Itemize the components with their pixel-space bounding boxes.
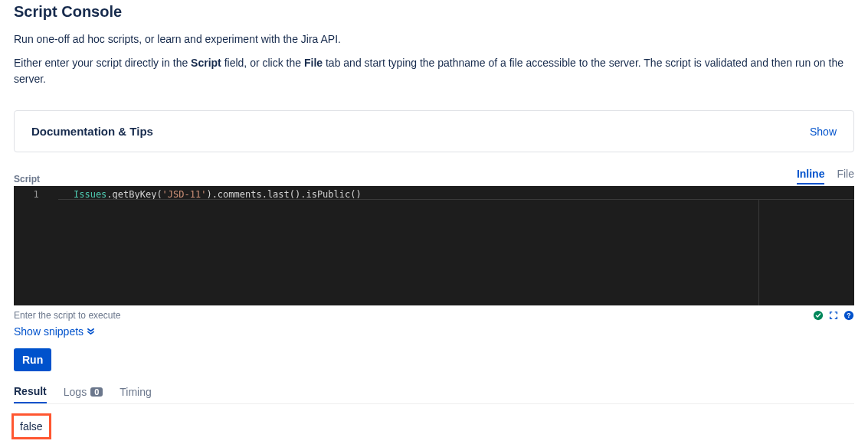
tab-result[interactable]: Result: [14, 385, 47, 403]
check-circle-icon: [813, 310, 824, 321]
script-word: Script: [191, 57, 221, 69]
run-button[interactable]: Run: [14, 348, 51, 371]
tab-inline[interactable]: Inline: [797, 168, 825, 184]
line-number: 1: [33, 189, 38, 200]
page-title: Script Console: [14, 3, 854, 21]
result-tabs: Result Logs 0 Timing: [14, 385, 854, 404]
documentation-tips-panel[interactable]: Documentation & Tips Show: [14, 110, 854, 152]
script-field-label: Script: [14, 174, 40, 184]
intro-line-2: Either enter your script directly in the…: [14, 55, 854, 87]
tab-timing-label: Timing: [120, 386, 152, 398]
editor-status-icons: ?: [813, 310, 854, 321]
show-snippets-link[interactable]: Show snippets: [14, 325, 95, 338]
text: field, or click the: [221, 57, 304, 69]
result-output: false: [11, 413, 51, 439]
show-snippets-label: Show snippets: [14, 325, 84, 338]
expand-icon[interactable]: [828, 310, 839, 321]
code-editor[interactable]: 1 Issues.getByKey('JSD-11').comments.las…: [14, 186, 854, 305]
editor-hint: Enter the script to execute: [14, 310, 120, 321]
tab-logs-label: Logs: [64, 386, 87, 398]
active-line-highlight: [58, 186, 854, 200]
file-word: File: [304, 57, 323, 69]
intro-line-1: Run one-off ad hoc scripts, or learn and…: [14, 31, 854, 47]
text: Either enter your script directly in the: [14, 57, 191, 69]
logs-count-badge: 0: [90, 387, 103, 397]
result-value: false: [20, 420, 43, 433]
show-link[interactable]: Show: [810, 126, 837, 138]
line-number-gutter: 1: [14, 186, 58, 201]
tab-timing[interactable]: Timing: [120, 385, 152, 403]
documentation-tips-label: Documentation & Tips: [31, 125, 153, 138]
chevron-down-double-icon: [87, 325, 95, 338]
editor-mode-tabs: Inline File: [797, 168, 854, 184]
tab-result-label: Result: [14, 385, 47, 397]
help-icon[interactable]: ?: [843, 310, 854, 321]
svg-text:?: ?: [847, 312, 850, 319]
tab-logs[interactable]: Logs 0: [64, 385, 103, 403]
editor-divider: [758, 200, 759, 305]
tab-file[interactable]: File: [837, 168, 854, 184]
